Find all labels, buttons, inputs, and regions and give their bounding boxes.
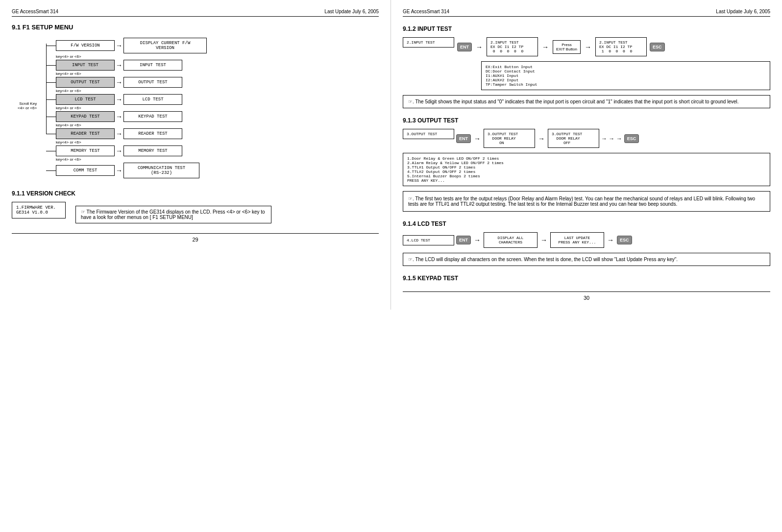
lcd-test-section: 9.1.4 LCD TEST 4.LCD TEST ENT → DISPLAY … — [403, 220, 770, 266]
esc-button-input[interactable]: ESC — [650, 43, 665, 51]
right-page-number: 30 — [403, 291, 770, 301]
arrow-comm: → — [116, 167, 122, 174]
input-test-note: ☞. The 5digit shows the input status and… — [403, 95, 770, 108]
lcd-note-text: The LCD will display all characters on t… — [415, 257, 678, 262]
output-note-text: The first two tests are for the output r… — [408, 196, 755, 207]
ent-button-output[interactable]: ENT — [456, 134, 471, 143]
input-note-text: The 5digit shows the input status and "0… — [415, 99, 738, 104]
arrow-lcd2: → — [540, 236, 547, 244]
input-screen3: 2.INPUT TEST EX DC I1 I2 TP 1 0 0 0 0 — [595, 37, 647, 56]
fw-line1: 1.FIRMWARE VER. — [16, 205, 61, 210]
esc-button-lcd[interactable]: ESC — [617, 236, 632, 244]
key-label-2: key<4> or <6> — [56, 72, 379, 76]
memory-test-right-box: MEMORY TEST — [123, 145, 182, 156]
output-code-box: 1.Door Relay & Green LED ON/OFF 2 times … — [403, 153, 770, 186]
output-test-note: ☞. The first two tests are for the outpu… — [403, 191, 770, 212]
output-test-title: 9.1.3 OUTPUT TEST — [403, 117, 770, 124]
f1-setup-menu-diagram: F/W VERSION → DISPLAY CURRENT F/WVERSION… — [46, 38, 379, 178]
ent-button-lcd[interactable]: ENT — [456, 236, 471, 244]
esc-button-output[interactable]: ESC — [624, 134, 639, 143]
comm-test-left-box: COMM TEST — [56, 165, 115, 176]
input-test-diagram: 2.INPUT TEST ENT → 2.INPUT TEST EX DC I1… — [403, 37, 770, 56]
output-test-left-box: OUTPUT TEST — [56, 77, 115, 88]
arrow-lcd3: → — [607, 236, 614, 244]
arrow-lcd1: → — [474, 236, 481, 244]
left-page-number: 29 — [12, 233, 379, 242]
lcd-note-icon: ☞. — [408, 257, 415, 262]
right-header-app: GE AccessSmart 314 — [403, 9, 449, 14]
arrow3: → — [585, 43, 591, 51]
lcd-test-right-box: LCD TEST — [123, 94, 182, 105]
arrow1: → — [476, 43, 483, 51]
version-note-text: The Firmware Version of the GE314 displa… — [81, 209, 265, 220]
output-test-right-box: OUTPUT TEST — [123, 77, 182, 88]
lcd-test-note: ☞. The LCD will display all characters o… — [403, 253, 770, 266]
output-screen2: 3.OUTPUT TEST DOOR RELAY ON — [484, 129, 535, 148]
arrow-input: → — [116, 61, 122, 69]
arrow-keypad: → — [116, 113, 122, 121]
keypad-test-title: 9.1.5 KEYPAD TEST — [403, 275, 770, 282]
input-screen1: 2.INPUT TEST — [403, 37, 454, 48]
scroll-key-label: Scroll Key<4> or <6> — [18, 101, 37, 110]
press-exit-btn[interactable]: PressEXIT Button — [553, 40, 581, 54]
version-check-title: 9.1.1 VERSION CHECK — [12, 190, 379, 197]
comm-test-right-box: COMMUNICATION TEST(RS-232) — [123, 163, 199, 178]
lcd-screen1: 4.LCD TEST — [403, 235, 454, 245]
key-label-3: key<4> or <6> — [56, 89, 379, 93]
left-header: GE AccessSmart 314 Last Update July 6, 2… — [12, 9, 379, 17]
ent-button-input[interactable]: ENT — [457, 43, 472, 51]
arrow-memory: → — [116, 147, 122, 155]
keypad-test-left-box: KEYPAD TEST — [56, 111, 115, 122]
output-test-diagram: 3.OUTPUT TEST ENT → 3.OUTPUT TEST DOOR R… — [403, 129, 770, 148]
arrows-cycle: → → → — [601, 135, 622, 142]
input-test-left-box: INPUT TEST — [56, 60, 115, 71]
lcd-screen2: DISPLAY ALLCHARACTERS — [484, 232, 538, 248]
arrow-out2: → — [538, 135, 545, 143]
right-header: GE AccessSmart 314 Last Update July 6, 2… — [403, 9, 770, 17]
output-test-section: 9.1.3 OUTPUT TEST 3.OUTPUT TEST ENT → 3.… — [403, 117, 770, 212]
reader-test-left-box: READER TEST — [56, 128, 115, 139]
key-label-5: key<4> or <6> — [56, 123, 379, 127]
input-test-title: 9.1.2 INPUT TEST — [403, 25, 770, 32]
fw-line2: GE314 V1.0.0 — [16, 210, 61, 215]
arrow-reader: → — [116, 130, 122, 138]
arrow-lcd: → — [116, 96, 122, 103]
firmware-version-box: 1.FIRMWARE VER. GE314 V1.0.0 — [12, 202, 66, 218]
input-code-box: EX:Exit Button Input DC:Door Contact Inp… — [481, 61, 770, 90]
keypad-test-right-box: KEYPAD TEST — [123, 111, 182, 122]
section-title-f1: 9.1 F1 SETUP MENU — [12, 24, 379, 31]
output-screen1: 3.OUTPUT TEST — [403, 129, 454, 139]
arrow-out1: → — [474, 135, 481, 143]
output-note-icon: ☞. — [408, 196, 415, 201]
lcd-test-title: 9.1.4 LCD TEST — [403, 220, 770, 227]
input-test-section: 9.1.2 INPUT TEST 2.INPUT TEST ENT → 2.IN… — [403, 25, 770, 108]
left-header-app: GE AccessSmart 314 — [12, 9, 58, 14]
reader-test-right-box: READER TEST — [123, 128, 182, 139]
arrow2: → — [542, 43, 549, 51]
output-screen3: 3.OUTPUT TEST DOOR RELAY OFF — [548, 129, 599, 148]
input-note-icon: ☞. — [408, 99, 415, 104]
lcd-screen3: LAST UPDATEPRESS ANY KEY... — [550, 232, 604, 248]
key-label-4: key<4> or <6> — [56, 106, 379, 110]
lcd-test-left-box: LCD TEST — [56, 94, 115, 105]
arrow-output: → — [116, 78, 122, 86]
input-test-right-box: INPUT TEST — [123, 60, 182, 71]
input-screen2: 2.INPUT TEST EX DC I1 I2 TP 0 0 0 0 0 — [487, 37, 538, 56]
right-header-date: Last Update July 6, 2005 — [716, 9, 770, 14]
key-label-1: key<4> or <6> — [56, 54, 379, 59]
version-note-icon: ☞ — [81, 209, 85, 215]
version-note-box: ☞ The Firmware Version of the GE314 disp… — [75, 206, 271, 223]
version-check-section: 9.1.1 VERSION CHECK 1.FIRMWARE VER. GE31… — [12, 190, 379, 223]
key-label-7: key<4> or <6> — [56, 157, 379, 162]
key-label-6: key<4> or <6> — [56, 140, 379, 145]
display-fw-box: DISPLAY CURRENT F/WVERSION — [123, 38, 207, 53]
lcd-test-diagram: 4.LCD TEST ENT → DISPLAY ALLCHARACTERS →… — [403, 232, 770, 248]
left-header-date: Last Update July 6, 2005 — [324, 9, 379, 14]
arrow-fw: → — [116, 42, 122, 49]
fw-version-box: F/W VERSION — [56, 40, 115, 51]
memory-test-left-box: MEMORY TEST — [56, 145, 115, 156]
